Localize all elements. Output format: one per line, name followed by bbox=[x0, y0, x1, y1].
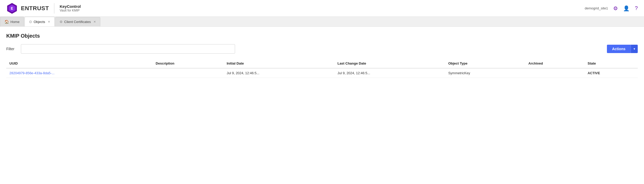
col-state: State bbox=[584, 59, 638, 68]
tab-objects[interactable]: ⊙ Objects ✕ bbox=[25, 17, 55, 26]
col-uuid: UUID bbox=[6, 59, 153, 68]
home-icon: 🏠 bbox=[4, 20, 9, 24]
tab-client-certificates-label: Client Certificates bbox=[64, 20, 91, 24]
cell-archived bbox=[525, 68, 584, 78]
col-last-change-date: Last Change Date bbox=[334, 59, 445, 68]
cell-object-type: SymmetricKey bbox=[445, 68, 525, 78]
cell-last-change-date: Jul 9, 2024, 12:46:5... bbox=[334, 68, 445, 78]
objects-icon: ⊙ bbox=[29, 20, 32, 24]
filter-label: Filter bbox=[6, 47, 17, 51]
col-description: Description bbox=[153, 59, 224, 68]
cell-state: ACTIVE bbox=[584, 68, 638, 78]
tabs-bar: 🏠 Home ⊙ Objects ✕ ⚙ Client Certificates… bbox=[0, 17, 644, 27]
tab-home-label: Home bbox=[10, 20, 20, 24]
app-title-area: KeyControl Vault for KMIP bbox=[60, 4, 81, 12]
actions-button[interactable]: Actions bbox=[607, 45, 631, 53]
filter-input[interactable] bbox=[21, 44, 235, 54]
client-cert-icon: ⚙ bbox=[60, 20, 63, 24]
tab-objects-label: Objects bbox=[34, 20, 45, 24]
col-object-type: Object Type bbox=[445, 59, 525, 68]
help-icon[interactable]: ? bbox=[635, 5, 638, 11]
actions-btn-group: Actions ▾ bbox=[607, 45, 638, 53]
cell-initial-date: Jul 9, 2024, 12:46:5... bbox=[224, 68, 334, 78]
table-body: 28204979-856e-433a-8da5-... Jul 9, 2024,… bbox=[6, 68, 638, 78]
header-right: demogrid_site1 ⚙ 👤 ? bbox=[585, 5, 638, 12]
tab-home[interactable]: 🏠 Home bbox=[0, 17, 24, 26]
app-subtitle: Vault for KMIP bbox=[60, 9, 81, 12]
table-header-row: UUID Description Initial Date Last Chang… bbox=[6, 59, 638, 68]
kmip-objects-table: UUID Description Initial Date Last Chang… bbox=[6, 59, 638, 78]
username-display: demogrid_site1 bbox=[585, 6, 608, 10]
uuid-link[interactable]: 28204979-856e-433a-8da5-... bbox=[9, 71, 55, 75]
user-icon[interactable]: 👤 bbox=[623, 5, 630, 12]
table-row: 28204979-856e-433a-8da5-... Jul 9, 2024,… bbox=[6, 68, 638, 78]
header: E ENTRUST KeyControl Vault for KMIP demo… bbox=[0, 0, 644, 17]
svg-text:E: E bbox=[11, 6, 13, 10]
cell-uuid: 28204979-856e-433a-8da5-... bbox=[6, 68, 153, 78]
entrust-logo-icon: E bbox=[6, 3, 18, 14]
tab-objects-close[interactable]: ✕ bbox=[48, 20, 50, 23]
page-title: KMIP Objects bbox=[6, 33, 638, 39]
actions-dropdown-button[interactable]: ▾ bbox=[631, 45, 638, 53]
col-archived: Archived bbox=[525, 59, 584, 68]
main-content: KMIP Objects Filter Actions ▾ UUID Descr… bbox=[0, 27, 644, 78]
col-initial-date: Initial Date bbox=[224, 59, 334, 68]
filter-row: Filter Actions ▾ bbox=[6, 44, 638, 54]
settings-icon[interactable]: ⚙ bbox=[613, 5, 618, 12]
logo-area: E ENTRUST bbox=[6, 3, 49, 14]
app-title: KeyControl bbox=[60, 4, 81, 9]
cell-description bbox=[153, 68, 224, 78]
tab-client-certificates-close[interactable]: ✕ bbox=[93, 20, 96, 23]
tab-client-certificates[interactable]: ⚙ Client Certificates ✕ bbox=[55, 17, 100, 26]
table-header: UUID Description Initial Date Last Chang… bbox=[6, 59, 638, 68]
header-divider bbox=[54, 3, 54, 14]
logo-text: ENTRUST bbox=[21, 5, 49, 12]
